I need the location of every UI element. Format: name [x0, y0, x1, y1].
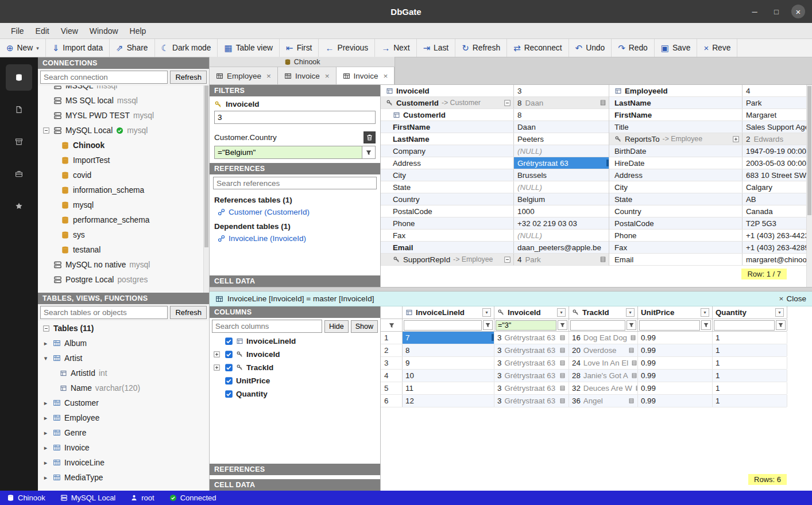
menu-help[interactable]: Help	[125, 25, 152, 37]
column-menu-button[interactable]: ▾	[482, 308, 491, 317]
grid-filter-input[interactable]	[496, 320, 556, 331]
toolbar-reconnect-button[interactable]: ⇄Reconnect	[507, 39, 569, 57]
chevron-right-icon[interactable]: ▸	[42, 429, 49, 437]
column-item-invoicelineid[interactable]: InvoiceLineId	[210, 335, 380, 348]
toolbar-table-view-button[interactable]: ▦Table view	[218, 39, 280, 57]
grid-cell[interactable]: 3Grétrystraat 63	[494, 357, 569, 369]
chevron-right-icon[interactable]: ▸	[42, 444, 49, 452]
form-field-value[interactable]: +1 (403) 263-4289	[743, 242, 812, 253]
form-field-label[interactable]: Phone	[381, 217, 514, 229]
row-number[interactable]: 3	[381, 357, 403, 369]
column-name[interactable]: Namevarchar(120)	[38, 380, 209, 395]
collapse-icon[interactable]	[504, 256, 511, 263]
table-artist[interactable]: ▾Artist	[38, 351, 209, 366]
grid-cell[interactable]: 1	[713, 332, 787, 344]
form-field-value[interactable]: Daan	[514, 121, 609, 133]
form-scrollbar[interactable]	[806, 85, 812, 287]
grid-cell[interactable]: 1	[713, 344, 787, 356]
close-button[interactable]: ×	[791, 5, 805, 18]
status-root[interactable]: root	[130, 494, 154, 502]
form-field-label[interactable]: FirstName	[609, 109, 743, 121]
form-field-label[interactable]: Address	[381, 157, 514, 169]
tab-employee-1[interactable]: Employee×	[210, 67, 278, 84]
form-field-value[interactable]: Canada	[743, 205, 812, 217]
grid-cell[interactable]: 3Grétrystraat 63	[494, 382, 569, 394]
open-detail-icon[interactable]	[600, 256, 606, 263]
grid-header-unitprice[interactable]: UnitPrice▾	[638, 306, 713, 318]
form-field-value[interactable]: 2Edwards	[743, 133, 812, 145]
hide-column-button[interactable]: Hide	[324, 320, 349, 333]
column-checkbox[interactable]	[225, 350, 233, 359]
open-detail-icon[interactable]	[559, 385, 566, 391]
form-field-value[interactable]: 8	[514, 109, 609, 121]
form-field-label[interactable]: Email	[609, 254, 743, 265]
grid-filter-input[interactable]	[404, 320, 482, 331]
connection-mysql-local[interactable]: MySQL Localmysql	[38, 123, 209, 138]
menu-file[interactable]: File	[6, 25, 29, 37]
grid-cell[interactable]: 0.99	[638, 370, 713, 382]
grid-cell[interactable]: 9	[403, 357, 494, 369]
toolbar-redo-button[interactable]: ↷Redo	[612, 39, 655, 57]
row-number[interactable]: 6	[381, 395, 403, 407]
grid-cell[interactable]: 1	[713, 357, 787, 369]
grid-cell[interactable]: 3Grétrystraat 63	[494, 332, 569, 344]
form-field-value[interactable]: Brussels	[514, 169, 609, 181]
grid-cell[interactable]: 1	[713, 370, 787, 382]
database-covid[interactable]: covid	[38, 168, 209, 182]
filter-value-input[interactable]	[214, 146, 362, 159]
connection-mysql-no-native[interactable]: MySQL no nativemysql	[38, 257, 209, 272]
form-field-label[interactable]: City	[381, 169, 514, 181]
tables-search-input[interactable]	[40, 306, 168, 319]
connection-ms-sql-local[interactable]: MS SQL localmssql	[38, 93, 209, 108]
filter-funnel-button[interactable]	[701, 320, 711, 330]
column-menu-button[interactable]: ▾	[557, 308, 566, 317]
open-detail-icon[interactable]	[559, 347, 566, 354]
connection-search-input[interactable]	[40, 71, 168, 84]
grid-cell[interactable]: 0.99	[638, 357, 713, 369]
grid-filter-input[interactable]	[639, 320, 700, 331]
toolbar-save-button[interactable]: ▣Save	[655, 39, 698, 57]
chevron-down-icon[interactable]: ▾	[42, 355, 49, 362]
database-importtest[interactable]: ImportTest	[38, 153, 209, 168]
form-field-label[interactable]: Address	[609, 169, 743, 181]
status-chinook[interactable]: Chinook	[7, 494, 45, 502]
tables-root[interactable]: Tables (11)	[38, 321, 209, 336]
form-field-value[interactable]: 1000	[514, 205, 609, 217]
open-detail-icon[interactable]	[600, 99, 606, 106]
grid-cell[interactable]: 1	[713, 395, 787, 407]
table-invoiceline[interactable]: ▸InvoiceLine	[38, 455, 209, 470]
database-performance-schema[interactable]: performance_schema	[38, 212, 209, 227]
activity-favorites-button[interactable]	[6, 193, 32, 219]
form-field-label[interactable]: EmployeeId	[609, 85, 743, 96]
grid-cell[interactable]: 11	[403, 382, 494, 394]
form-field-label[interactable]: Fax	[609, 242, 743, 253]
grid-cell[interactable]: 28Janie's Got A	[569, 370, 638, 382]
connection-mssql[interactable]: MSSQLmssql	[38, 86, 209, 93]
form-field-label[interactable]: LastName	[609, 97, 743, 108]
toolbar-refresh-button[interactable]: ↻Refresh	[455, 39, 507, 57]
chevron-right-icon[interactable]: ▸	[42, 340, 49, 347]
remove-filter-button[interactable]	[364, 131, 376, 143]
minimize-button[interactable]: ─	[748, 5, 761, 18]
grid-header-invoicelineid[interactable]: InvoiceLineId▾	[403, 306, 494, 318]
toolbar-last-button[interactable]: ⇥Last	[417, 39, 456, 57]
filter-funnel-button[interactable]	[483, 320, 493, 330]
form-field-value[interactable]: Margaret	[743, 109, 812, 121]
row-number[interactable]: 4	[381, 370, 403, 382]
form-field-value[interactable]: Sales Support Age	[743, 121, 812, 133]
column-item-invoiceid[interactable]: InvoiceId	[210, 348, 380, 361]
form-field-value[interactable]: margaret@chinoo	[743, 254, 812, 265]
form-field-value[interactable]: (NULL)	[514, 145, 609, 157]
column-checkbox[interactable]	[225, 376, 233, 385]
column-menu-button[interactable]: ▾	[775, 308, 784, 317]
grid-cell[interactable]: 32Deuces Are W	[569, 382, 638, 394]
expand-icon[interactable]	[213, 364, 222, 371]
scrollbar-thumb[interactable]	[204, 86, 208, 247]
row-number[interactable]: 1	[381, 332, 403, 344]
database-mysql[interactable]: mysql	[38, 197, 209, 212]
form-field-value[interactable]: AB	[743, 193, 812, 205]
table-album[interactable]: ▸Album	[38, 336, 209, 351]
form-field-label[interactable]: PostalCode	[609, 217, 743, 229]
activity-archive-button[interactable]	[6, 129, 32, 155]
form-field-label[interactable]: BirthDate	[609, 145, 743, 157]
